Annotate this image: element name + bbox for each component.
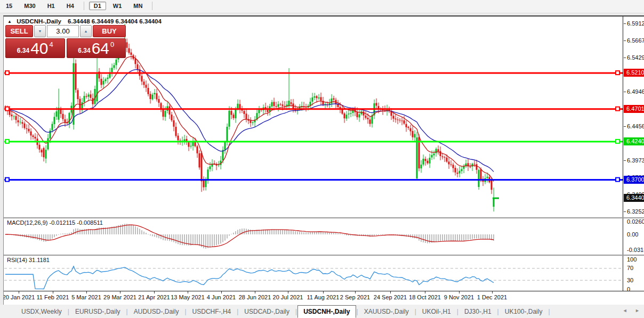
timeframe-button-15[interactable]: 15 [1,2,17,10]
chart-header: ▲ USDCNH-,Daily 6.34448 6.34449 6.34404 … [7,18,162,25]
date-tick [86,291,87,293]
last-price-marker [493,198,499,199]
timeframe-button-h1[interactable]: H1 [43,2,60,10]
timeframe-button-d1[interactable]: D1 [89,2,106,10]
line-anchor-handle[interactable] [616,140,619,143]
price-tick [624,23,626,24]
chevron-down-icon: ▼ [38,29,42,33]
horizontal-level-line[interactable] [4,108,623,110]
tab-scroll-left-icon[interactable]: ◄ [623,308,627,313]
price-tick [624,92,626,92]
macd-axis: 0.026070.00-0.03187 [623,218,644,255]
price-axis[interactable]: 6.591206.566706.542906.518806.494606.470… [623,17,644,217]
tab-usdcnh-daily[interactable]: USDCNH-,Daily [297,305,356,318]
ma-slow-line [5,70,494,172]
line-anchor-handle[interactable] [5,178,9,182]
rsi-line [5,266,494,289]
horizontal-level-line[interactable] [4,179,623,181]
date-tick-label: 4 Jun 2021 [207,294,236,300]
date-tick-label: 18 Oct 2021 [409,294,441,300]
rsi-axis-label: 100 [627,256,637,263]
price-tick-label: 6.49460 [627,88,644,95]
macd-label: MACD(12,26,9) -0.012115 -0.008511 [7,219,103,226]
date-tick-label: 1 Dec 2021 [477,294,507,300]
quote-ohlc-values: 6.34448 6.34449 6.34404 6.34404 [68,18,162,25]
tab-scroll-arrows: ◄ ► [616,308,640,313]
tab-xauusd-daily[interactable]: XAUUSD-,Daily [359,306,414,317]
price-tick [624,58,626,58]
chevron-up-icon: ▲ [84,29,88,33]
macd-axis-label: -0.03187 [627,247,644,253]
tab-ukoil-h1[interactable]: UKOil-,H1 [417,306,456,317]
rsi-axis: 10070300 [623,256,644,291]
date-tick [425,291,425,293]
collapse-trade-panel-icon[interactable]: ▲ [7,19,12,24]
price-tick [624,160,626,161]
price-tick-label: 6.59120 [627,20,644,27]
horizontal-level-line[interactable] [4,141,623,142]
tab-uk100-daily[interactable]: UK100-,Daily [500,306,548,317]
macd-signal-line [5,225,494,247]
tab-scroll-right-icon[interactable]: ► [635,308,640,313]
chart-tab-bar: USDX,Weekly|EURUSD-,Daily|AUDUSD-,Daily|… [0,305,644,318]
date-tick-label: 5 Mar 2021 [71,294,101,300]
timeframe-toolbar: 15M30H1H4D1W1MN [0,0,644,13]
tab-usdchf-h4[interactable]: USDCHF-,H4 [187,306,237,317]
date-tick [323,291,324,293]
date-tick-label: 13 May 2021 [171,294,205,300]
rsi-axis-label: 70 [627,265,633,271]
price-line-badge: 6.37007 [624,176,644,184]
macd-axis-label: 0.00 [627,231,638,238]
rsi-label: RSI(14) 31.1181 [7,257,50,263]
buy-price-display[interactable]: 6.34640 [67,38,126,58]
toolbar-separator [84,2,84,10]
date-tick [221,291,222,293]
macd-histogram [5,224,494,249]
tab-usdx-weekly[interactable]: USDX,Weekly [16,306,67,317]
line-anchor-handle[interactable] [5,71,9,75]
tab-dj30-h1[interactable]: DJ30-,H1 [459,306,497,317]
line-anchor-handle[interactable] [616,107,619,111]
macd-axis-label: 0.02607 [627,218,644,225]
date-tick [255,291,255,293]
volume-decrease-button[interactable]: ▼ [34,25,46,37]
price-tick-label: 6.44560 [627,123,644,129]
buy-price-sup: 0 [110,40,114,48]
price-line-badge: 6.42401 [624,137,644,145]
timeframe-button-h4[interactable]: H4 [62,2,79,10]
sell-button[interactable]: SELL [5,25,33,37]
line-anchor-handle[interactable] [5,107,9,111]
tab-usdcad-daily[interactable]: USDCAD-,Daily [239,306,295,317]
volume-increase-button[interactable]: ▲ [80,25,92,37]
date-tick [492,291,493,293]
price-line-badge: 6.34404 [624,194,644,202]
timeframe-button-mn[interactable]: MN [128,2,147,10]
buy-price-prefix: 6.34 [78,47,90,54]
timeframe-button-m30[interactable]: M30 [19,2,40,10]
price-tick-label: 6.39730 [627,157,644,164]
timeframe-button-w1[interactable]: W1 [108,2,127,10]
time-axis[interactable]: 20 Jan 202111 Feb 20215 Mar 202129 Mar 2… [4,291,644,303]
price-tick [624,211,626,212]
tab-audusd-daily[interactable]: AUDUSD-,Daily [128,306,184,317]
buy-price-big: 64 [92,40,109,56]
sell-price-display[interactable]: 6.34404 [5,38,65,58]
date-tick [355,291,356,293]
tab-eurusd-daily[interactable]: EURUSD-,Daily [70,306,126,317]
date-tick-label: 24 Sep 2021 [374,294,407,300]
date-tick-label: 9 Nov 2021 [444,294,474,300]
date-tick-label: 11 Feb 2021 [37,294,69,300]
volume-input[interactable] [47,25,79,37]
line-anchor-handle[interactable] [5,140,9,143]
date-tick-label: 29 Mar 2021 [103,294,136,300]
rsi-panel[interactable] [4,256,623,291]
line-anchor-handle[interactable] [616,178,619,182]
buy-button[interactable]: BUY [93,25,126,37]
toolbar-separator [152,2,152,10]
line-anchor-handle[interactable] [616,71,619,75]
price-tick [624,126,626,127]
sell-price-sup: 4 [50,40,53,48]
sell-price-big: 40 [30,40,48,56]
mt4-terminal: 15M30H1H4D1W1MN 6.591206.566706.542906.5… [0,0,644,318]
horizontal-level-line[interactable] [4,72,623,74]
